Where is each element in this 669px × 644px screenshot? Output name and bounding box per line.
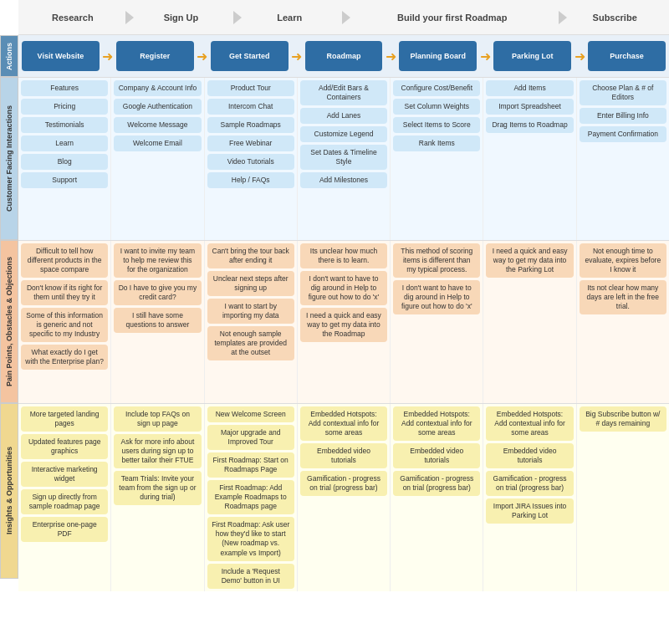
card: Big Subscribe button w/ # days remaining — [580, 406, 666, 432]
action-register: Register — [116, 41, 194, 71]
card: Rank Items — [393, 135, 480, 151]
customer-col-4: Add/Edit Bars & Containers Add Lanes Cus… — [298, 78, 391, 240]
card: Can't bring the tour back after ending i… — [207, 243, 294, 268]
customer-col-2: Company & Account Info Google Authentica… — [111, 78, 204, 240]
card: Sign up directly from sample roadmap pag… — [21, 489, 108, 514]
insights-col-4: Embedded Hotspots: Add contextual info f… — [298, 404, 391, 591]
card: I don't want to have to dig around in He… — [300, 271, 387, 305]
action-planningboard: Planning Board — [399, 41, 477, 71]
label-pain: Pain Points, Obstacles & Objections — [0, 240, 18, 403]
card: Gamification - progress on trial (progre… — [486, 471, 573, 496]
label-customer: Customer Facing Interactions — [0, 77, 18, 240]
card: Difficult to tell how different products… — [21, 243, 108, 278]
card: Unclear next steps after signing up — [207, 271, 294, 296]
card: Sample Roadmaps — [207, 117, 294, 133]
pain-col-2: I want to invite my team to help me revi… — [111, 241, 204, 403]
card: Gamification - progress on trial (progre… — [393, 471, 480, 496]
card: Updated features page graphics — [21, 434, 108, 459]
card: Drag Items to Roadmap — [486, 117, 573, 133]
customer-col-1: Features Pricing Testimonials Learn Blog… — [18, 78, 111, 240]
card: Add/Edit Bars & Containers — [300, 80, 387, 105]
arrow-5: ➜ — [478, 49, 492, 64]
insights-col-2: Include top FAQs on sign up page Ask for… — [111, 404, 204, 591]
card: Help / FAQs — [207, 172, 294, 188]
card: I want to start by importing my data — [207, 299, 294, 324]
card: Set Column Weights — [393, 99, 480, 115]
card: Embedded video tutorials — [393, 443, 480, 468]
action-parkinglot: Parking Lot — [493, 41, 571, 71]
arrow-1: ➜ — [101, 49, 115, 64]
card: I need a quick and easy way to get my da… — [486, 243, 573, 278]
card: Embedded Hotspots: Add contextual info f… — [300, 406, 387, 441]
card: First Roadmap: Start on Roadmaps Page — [207, 452, 294, 478]
phase-subscribe: Subscribe — [560, 13, 669, 23]
action-getstarted: Get Started — [211, 41, 289, 71]
card: Embedded Hotspots: Add contextual info f… — [393, 406, 480, 441]
customer-row: Features Pricing Testimonials Learn Blog… — [18, 77, 669, 240]
label-actions: Actions — [0, 35, 18, 77]
card: New Welcome Screen — [207, 406, 294, 422]
card: Gamification - progress on trial (progre… — [300, 471, 387, 496]
insights-col-3: New Welcome Screen Major upgrade and Imp… — [205, 404, 298, 591]
actions-row: Visit Website ➜ Register ➜ Get Started ➜… — [18, 35, 669, 77]
card: Configure Cost/Benefit — [393, 80, 480, 96]
card: Enter Billing Info — [580, 108, 666, 124]
insights-col-1: More targeted landing pages Updated feat… — [18, 404, 111, 591]
card: Support — [21, 172, 108, 188]
card: Learn — [21, 135, 108, 151]
label-insights: Insights & Opportunities — [0, 403, 18, 579]
card: Don't know if its right for them until t… — [21, 280, 108, 305]
card: Major upgrade and Improved Tour — [207, 425, 294, 450]
action-roadmap: Roadmap — [305, 41, 383, 71]
insights-col-7: Big Subscribe button w/ # days remaining — [577, 404, 669, 591]
action-purchase: Purchase — [588, 41, 666, 71]
card: Team Trials: Invite your team from the s… — [114, 471, 201, 505]
customer-col-7: Choose Plan & # of Editors Enter Billing… — [577, 78, 669, 240]
card: Add Milestones — [300, 172, 387, 188]
arrow-2: ➜ — [196, 49, 209, 64]
card: Include top FAQs on sign up page — [114, 406, 201, 432]
card: Choose Plan & # of Editors — [580, 80, 666, 105]
card: Embedded video tutorials — [300, 443, 387, 468]
card: Enterprise one-page PDF — [21, 517, 108, 542]
card: Include a 'Request Demo' button in UI — [207, 564, 294, 589]
card: Import Spreadsheet — [486, 99, 573, 115]
card: What exactly do I get with the Enterpris… — [21, 345, 108, 370]
pain-col-5: This method of scoring items is differen… — [391, 241, 483, 403]
card: Set Dates & Timeline Style — [300, 145, 387, 170]
card: This method of scoring items is differen… — [393, 243, 480, 278]
card: Welcome Message — [114, 117, 201, 133]
card: Customize Legend — [300, 126, 387, 142]
card: Testimonials — [21, 117, 108, 133]
card: Ask for more info about users during sig… — [114, 434, 201, 468]
card: Add Lanes — [300, 108, 387, 124]
card: First Roadmap: Add Example Roadmaps to R… — [207, 480, 294, 514]
card: Pricing — [21, 99, 108, 115]
customer-col-5: Configure Cost/Benefit Set Column Weight… — [391, 78, 483, 240]
card: Welcome Email — [114, 135, 201, 151]
phase-signup: Sign Up — [127, 13, 236, 23]
customer-col-3: Product Tour Intercom Chat Sample Roadma… — [205, 78, 298, 240]
card: Intercom Chat — [207, 99, 294, 115]
card: I need a quick and easy way to get my da… — [300, 308, 387, 342]
pain-col-6: I need a quick and easy way to get my da… — [483, 241, 576, 403]
card: First Roadmap: Ask user how they'd like … — [207, 517, 294, 560]
card: Company & Account Info — [114, 80, 201, 96]
card: Do I have to give you my credit card? — [114, 280, 201, 305]
card: Select Items to Score — [393, 117, 480, 133]
card: Add Items — [486, 80, 573, 96]
card: Blog — [21, 154, 108, 170]
card: Payment Confirmation — [580, 126, 666, 142]
card: Import JIRA Issues into Parking Lot — [486, 498, 573, 524]
pain-col-3: Can't bring the tour back after ending i… — [205, 241, 298, 403]
arrow-3: ➜ — [290, 49, 304, 64]
card: Video Tutorials — [207, 154, 294, 170]
phases-row: Research Sign Up Learn Build your first … — [18, 0, 669, 35]
insights-row: More targeted landing pages Updated feat… — [18, 403, 669, 591]
arrow-4: ➜ — [384, 49, 397, 64]
card: Embedded Hotspots: Add contextual info f… — [486, 406, 573, 441]
card: I don't want to have to dig around in He… — [393, 280, 480, 314]
card: More targeted landing pages — [21, 406, 108, 432]
insights-col-6: Embedded Hotspots: Add contextual info f… — [483, 404, 576, 591]
action-visit: Visit Website — [22, 41, 100, 71]
